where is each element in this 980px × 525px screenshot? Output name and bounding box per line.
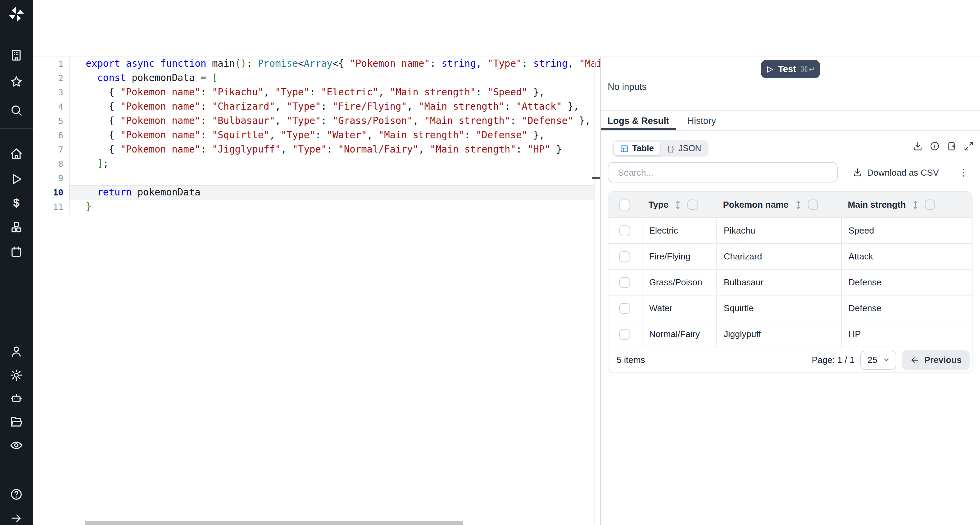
no-inputs-text: No inputs [608, 82, 646, 92]
users-icon[interactable] [10, 345, 23, 358]
table-cell: Defense [841, 270, 972, 295]
table-cell: Bulbasaur [716, 270, 841, 295]
row-select-cell [608, 295, 642, 321]
code-line[interactable]: { "Pokemon name": "Squirtle", "Type": "W… [71, 128, 600, 142]
code-line[interactable]: const pokemonData = [ [71, 71, 600, 85]
tab-logs-result[interactable]: Logs & Result [601, 111, 676, 130]
row-select-cell [608, 218, 642, 243]
line-number: 1 [33, 56, 63, 71]
sidebar-divider [0, 128, 33, 129]
line-number-gutter: 1234567891011 [33, 56, 63, 214]
home-icon[interactable] [10, 147, 23, 160]
column-label: Pokemon name [723, 199, 788, 210]
app-sidebar: $ [0, 0, 33, 525]
favorites-star-icon[interactable] [10, 75, 23, 88]
schedules-calendar-icon[interactable] [10, 246, 23, 259]
column-filter-toggle[interactable] [925, 199, 935, 210]
kebab-menu[interactable]: ⋮ [958, 164, 969, 180]
table-cell: Defense [841, 295, 972, 321]
download-icon[interactable] [913, 141, 923, 151]
help-icon[interactable] [10, 488, 23, 501]
overview-ruler [594, 56, 595, 525]
info-icon[interactable] [930, 141, 940, 151]
table-cell: Electric [642, 218, 716, 243]
page-size-select[interactable]: 25 [860, 350, 896, 369]
table-cell: Charizard [716, 244, 841, 269]
row-checkbox[interactable] [620, 303, 630, 314]
workers-robot-icon[interactable] [10, 392, 23, 405]
page-info: Page: 1 / 1 [811, 355, 854, 365]
download-csv-button[interactable]: Download as CSV [853, 164, 939, 180]
table-row[interactable]: Normal/FairyJigglypuffHP [608, 321, 972, 346]
search-icon[interactable] [10, 104, 23, 117]
clipboard-copy-icon[interactable] [947, 141, 957, 151]
runs-play-icon[interactable] [10, 172, 23, 185]
sort-arrows-icon[interactable] [795, 200, 801, 209]
result-table: TypePokemon nameMain strength ElectricPi… [608, 191, 972, 373]
search-input[interactable] [617, 166, 824, 178]
result-actions [913, 141, 974, 151]
view-toggle-table[interactable]: Table [614, 142, 660, 155]
result-tabs: Logs & Result History [601, 111, 980, 131]
test-shortcut: ⌘↵ [800, 64, 815, 74]
line-number: 6 [33, 128, 63, 142]
row-checkbox[interactable] [620, 251, 630, 262]
previous-page-button[interactable]: Previous [902, 349, 970, 370]
table-cell: Speed [841, 218, 972, 243]
row-checkbox[interactable] [620, 277, 630, 288]
maximize-icon[interactable] [964, 141, 974, 151]
table-row[interactable]: ElectricPikachuSpeed [608, 217, 972, 243]
line-number: 4 [33, 99, 63, 114]
table-row[interactable]: Grass/PoisonBulbasaurDefense [608, 269, 972, 295]
row-select-cell [608, 244, 642, 269]
table-cell: HP [841, 321, 972, 346]
settings-gear-icon[interactable] [10, 369, 23, 382]
line-number: 10 [33, 185, 63, 199]
column-label: Type [649, 199, 669, 210]
table-icon [620, 144, 629, 153]
sort-arrows-icon[interactable] [675, 200, 681, 209]
workspace-building-icon[interactable] [10, 49, 23, 62]
code-line[interactable]: { "Pokemon name": "Jigglypuff", "Type": … [71, 142, 600, 156]
sort-arrows-icon[interactable] [912, 200, 919, 209]
row-checkbox[interactable] [620, 329, 630, 340]
table-cell: Water [642, 295, 716, 321]
code-line[interactable]: export async function main(): Promise<Ar… [71, 56, 600, 71]
column-header: Pokemon name [716, 199, 841, 210]
table-cell: Jigglypuff [716, 321, 841, 346]
select-all-checkbox[interactable] [620, 199, 630, 210]
audit-eye-icon[interactable] [10, 439, 23, 452]
windmill-logo-icon[interactable] [8, 6, 24, 22]
play-icon [765, 65, 774, 73]
line-number: 11 [33, 199, 63, 214]
chevron-down-icon [883, 356, 890, 364]
column-filter-toggle[interactable] [687, 199, 698, 210]
row-checkbox[interactable] [620, 225, 630, 236]
items-count: 5 items [617, 355, 645, 365]
code-content[interactable]: export async function main(): Promise<Ar… [71, 56, 600, 214]
view-toggle-json[interactable]: {} JSON [660, 142, 707, 155]
column-header: Type [642, 199, 716, 210]
column-label: Main strength [848, 199, 905, 210]
code-line[interactable]: { "Pokemon name": "Pikachu", "Type": "El… [71, 85, 600, 99]
folders-icon[interactable] [10, 416, 23, 429]
test-button[interactable]: Test ⌘↵ [761, 60, 820, 78]
code-line[interactable]: { "Pokemon name": "Charizard", "Type": "… [71, 99, 600, 114]
resources-boxes-icon[interactable] [10, 221, 23, 234]
horizontal-scrollbar[interactable] [85, 521, 463, 525]
code-editor[interactable]: 1234567891011 export async function main… [33, 56, 600, 525]
result-search[interactable] [608, 162, 838, 182]
table-row[interactable]: Fire/FlyingCharizardAttack [608, 243, 972, 269]
variables-dollar-icon[interactable]: $ [10, 196, 23, 209]
code-line[interactable]: } [71, 199, 600, 214]
code-line[interactable]: { "Pokemon name": "Bulbasaur", "Type": "… [71, 114, 600, 128]
expand-sidebar-arrow-icon[interactable] [10, 512, 23, 525]
table-row[interactable]: WaterSquirtleDefense [608, 295, 972, 321]
run-panel: Test ⌘↵ No inputs Logs & Result History … [601, 56, 980, 525]
code-line[interactable]: return pokemonData [71, 185, 600, 199]
tab-history[interactable]: History [676, 111, 727, 130]
column-filter-toggle[interactable] [808, 199, 818, 210]
select-all-cell [608, 199, 642, 210]
code-line[interactable]: ]; [71, 156, 600, 171]
code-line[interactable] [71, 171, 600, 185]
